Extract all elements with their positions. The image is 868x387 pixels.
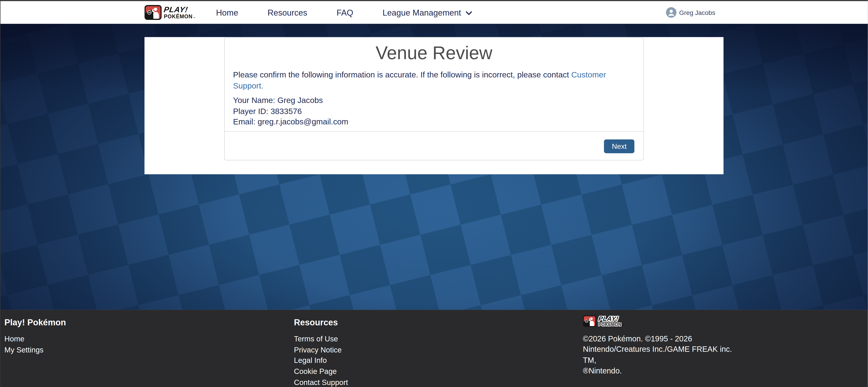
nav-link-league-management[interactable]: League Management (382, 8, 472, 17)
footer-link-privacy-notice[interactable]: Privacy Notice (294, 345, 583, 355)
confirm-instructions: Please confirm the following information… (233, 69, 635, 91)
trademark-symbol: ™ (193, 17, 196, 19)
top-navbar: PLAY! POKÉMON™ Home Resources FAQ League… (0, 0, 868, 24)
footer-heading-play-pokemon: Play! Pokémon (4, 317, 294, 328)
copyright-line-1: ©2026 Pokémon. ©1995 - 2026 (583, 334, 744, 345)
footer-heading-resources: Resources (294, 317, 583, 328)
player-id-line: Player ID: 3833576 (233, 106, 635, 117)
footer-play-pokemon-logo-text: PLAY! POKÉMON™ (598, 316, 624, 327)
logo-pokemon-text: POKÉMON™ (164, 14, 195, 19)
copyright-notice: ©2026 Pokémon. ©1995 - 2026 Nintendo/Cre… (583, 334, 744, 377)
footer-trademark-symbol: ™ (622, 324, 624, 327)
footer-logo-play-text: PLAY! (598, 316, 625, 322)
main-content-area: Venue Review Please confirm the followin… (0, 24, 868, 310)
footer-link-my-settings[interactable]: My Settings (4, 345, 294, 355)
footer-column-play-pokemon: Play! Pokémon Home My Settings (4, 310, 294, 387)
player-info: Your Name: Greg Jacobs Player ID: 383357… (233, 95, 635, 128)
player-name-line: Your Name: Greg Jacobs (233, 95, 635, 106)
footer-logo-pokemon-text: POKÉMON™ (598, 323, 624, 327)
content-card: Venue Review Please confirm the followin… (145, 37, 724, 174)
footer-link-terms-of-use[interactable]: Terms of Use (294, 334, 583, 345)
panel-footer: Next (225, 131, 643, 160)
user-menu[interactable]: Greg Jacobs (666, 7, 715, 18)
play-pokemon-logo-icon (145, 5, 162, 20)
nav-link-faq[interactable]: FAQ (337, 8, 353, 17)
main-nav: Home Resources FAQ League Management (216, 8, 472, 17)
footer-link-contact-support[interactable]: Contact Support (294, 377, 583, 387)
footer-column-legal: PLAY! POKÉMON™ ©2026 Pokémon. ©1995 - 20… (583, 310, 868, 387)
footer-column-resources: Resources Terms of Use Privacy Notice Le… (294, 310, 583, 387)
user-name: Greg Jacobs (679, 9, 715, 15)
confirm-instructions-text: Please confirm the following information… (233, 70, 571, 79)
copyright-line-3: ®Nintendo. (583, 366, 744, 377)
next-button[interactable]: Next (604, 139, 634, 153)
player-email-line: Email: greg.r.jacobs@gmail.com (233, 117, 635, 128)
nav-link-home[interactable]: Home (216, 8, 238, 17)
footer-play-pokemon-logo: PLAY! POKÉMON™ (583, 314, 868, 328)
play-pokemon-logo[interactable]: PLAY! POKÉMON™ (145, 5, 196, 20)
navbar-inner: PLAY! POKÉMON™ Home Resources FAQ League… (145, 1, 724, 24)
site-footer: Play! Pokémon Home My Settings Resources… (0, 310, 868, 387)
play-pokemon-logo-text: PLAY! POKÉMON™ (164, 6, 195, 19)
footer-link-legal-info[interactable]: Legal Info (294, 355, 583, 366)
avatar-icon (666, 7, 676, 18)
footer-link-cookie-page[interactable]: Cookie Page (294, 366, 583, 377)
logo-play-text: PLAY! (163, 6, 196, 13)
footer-link-home[interactable]: Home (4, 334, 294, 345)
copyright-line-2: Nintendo/Creatures Inc./GAME FREAK inc. … (583, 344, 744, 366)
chevron-down-icon (465, 11, 472, 15)
footer-play-pokemon-logo-icon (583, 314, 596, 328)
page-root: PLAY! POKÉMON™ Home Resources FAQ League… (0, 0, 868, 387)
nav-link-resources[interactable]: Resources (268, 8, 307, 17)
footer-links-resources: Terms of Use Privacy Notice Legal Info C… (294, 334, 583, 387)
page-title: Venue Review (225, 43, 643, 64)
venue-review-panel: Venue Review Please confirm the followin… (224, 37, 644, 160)
window-frame-left (0, 0, 0, 387)
window-frame-top (0, 0, 868, 1)
footer-links-play-pokemon: Home My Settings (4, 334, 294, 356)
